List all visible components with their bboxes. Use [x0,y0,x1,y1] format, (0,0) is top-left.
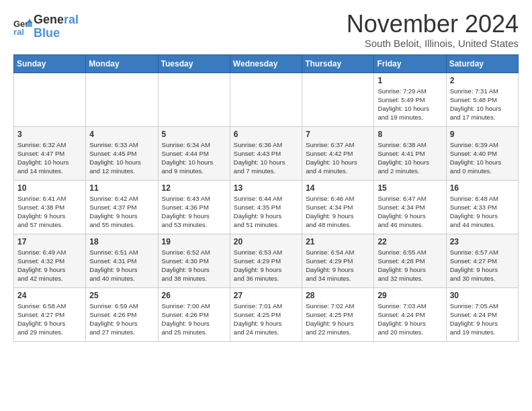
day-info: Sunrise: 6:33 AM Sunset: 4:45 PM Dayligh… [89,140,154,176]
day-number: 22 [378,237,442,246]
day-number: 18 [89,237,154,246]
day-info: Sunrise: 6:51 AM Sunset: 4:31 PM Dayligh… [89,248,154,283]
calendar-cell [14,73,86,126]
day-number: 27 [234,291,298,300]
day-info: Sunrise: 6:38 AM Sunset: 4:41 PM Dayligh… [378,140,442,176]
calendar-cell: 28Sunrise: 7:02 AM Sunset: 4:25 PM Dayli… [302,287,374,341]
calendar-cell: 1Sunrise: 7:29 AM Sunset: 5:49 PM Daylig… [374,73,446,126]
day-info: Sunrise: 7:03 AM Sunset: 4:24 PM Dayligh… [378,302,442,337]
month-title: November 2024 [347,11,519,38]
week-row-4: 24Sunrise: 6:58 AM Sunset: 4:27 PM Dayli… [14,287,519,341]
calendar-cell: 20Sunrise: 6:53 AM Sunset: 4:29 PM Dayli… [230,234,302,287]
calendar-cell [158,73,230,126]
day-info: Sunrise: 6:44 AM Sunset: 4:35 PM Dayligh… [234,194,298,230]
calendar-cell: 3Sunrise: 6:32 AM Sunset: 4:47 PM Daylig… [14,126,86,180]
calendar-cell: 27Sunrise: 7:01 AM Sunset: 4:25 PM Dayli… [230,287,302,341]
calendar-cell: 12Sunrise: 6:43 AM Sunset: 4:36 PM Dayli… [158,180,230,234]
day-info: Sunrise: 7:01 AM Sunset: 4:25 PM Dayligh… [234,302,298,337]
calendar-cell: 21Sunrise: 6:54 AM Sunset: 4:29 PM Dayli… [302,234,374,287]
calendar-cell: 7Sunrise: 6:37 AM Sunset: 4:42 PM Daylig… [302,126,374,180]
day-info: Sunrise: 6:36 AM Sunset: 4:43 PM Dayligh… [234,140,298,176]
calendar-cell: 15Sunrise: 6:47 AM Sunset: 4:34 PM Dayli… [374,180,446,234]
day-number: 10 [17,183,82,193]
calendar-cell: 24Sunrise: 6:58 AM Sunset: 4:27 PM Dayli… [14,287,86,341]
calendar-cell [302,73,374,126]
title-area: November 2024 South Beloit, Illinois, Un… [347,11,519,49]
logo: Gene ral General Blue [13,13,79,40]
header-wednesday: Wednesday [230,54,302,73]
header-monday: Monday [86,54,158,73]
day-info: Sunrise: 6:37 AM Sunset: 4:42 PM Dayligh… [306,140,370,176]
day-info: Sunrise: 7:05 AM Sunset: 4:24 PM Dayligh… [450,302,515,337]
header: Gene ral General Blue November 2024 Sout… [13,11,519,49]
calendar-table: SundayMondayTuesdayWednesdayThursdayFrid… [13,54,519,342]
day-number: 6 [234,130,298,139]
calendar-cell: 11Sunrise: 6:42 AM Sunset: 4:37 PM Dayli… [86,180,158,234]
day-number: 29 [378,291,442,300]
day-info: Sunrise: 6:42 AM Sunset: 4:37 PM Dayligh… [89,194,154,230]
day-info: Sunrise: 6:46 AM Sunset: 4:34 PM Dayligh… [306,194,370,230]
calendar-cell: 29Sunrise: 7:03 AM Sunset: 4:24 PM Dayli… [374,287,446,341]
day-info: Sunrise: 6:49 AM Sunset: 4:32 PM Dayligh… [17,248,82,283]
calendar-cell: 18Sunrise: 6:51 AM Sunset: 4:31 PM Dayli… [86,234,158,287]
day-number: 9 [450,130,515,139]
header-thursday: Thursday [302,54,374,73]
week-row-3: 17Sunrise: 6:49 AM Sunset: 4:32 PM Dayli… [14,234,519,287]
day-number: 13 [234,183,298,193]
header-friday: Friday [374,54,446,73]
day-number: 16 [450,183,515,193]
svg-text:ral: ral [13,27,24,36]
day-info: Sunrise: 7:31 AM Sunset: 5:48 PM Dayligh… [450,87,515,122]
calendar-cell: 2Sunrise: 7:31 AM Sunset: 5:48 PM Daylig… [446,73,518,126]
day-number: 21 [306,237,370,246]
day-info: Sunrise: 6:57 AM Sunset: 4:27 PM Dayligh… [450,248,515,283]
day-number: 7 [306,130,370,139]
day-number: 5 [162,130,226,139]
day-number: 4 [89,130,154,139]
day-info: Sunrise: 7:00 AM Sunset: 4:26 PM Dayligh… [162,302,226,337]
week-row-0: 1Sunrise: 7:29 AM Sunset: 5:49 PM Daylig… [14,73,519,126]
calendar-cell: 14Sunrise: 6:46 AM Sunset: 4:34 PM Dayli… [302,180,374,234]
day-info: Sunrise: 6:55 AM Sunset: 4:28 PM Dayligh… [378,248,442,283]
calendar-cell: 17Sunrise: 6:49 AM Sunset: 4:32 PM Dayli… [14,234,86,287]
calendar-cell: 16Sunrise: 6:48 AM Sunset: 4:33 PM Dayli… [446,180,518,234]
calendar-cell: 30Sunrise: 7:05 AM Sunset: 4:24 PM Dayli… [446,287,518,341]
calendar-cell: 13Sunrise: 6:44 AM Sunset: 4:35 PM Dayli… [230,180,302,234]
header-sunday: Sunday [14,54,86,73]
day-info: Sunrise: 6:34 AM Sunset: 4:44 PM Dayligh… [162,140,226,176]
day-info: Sunrise: 6:58 AM Sunset: 4:27 PM Dayligh… [17,302,82,337]
week-row-2: 10Sunrise: 6:41 AM Sunset: 4:38 PM Dayli… [14,180,519,234]
calendar-cell: 23Sunrise: 6:57 AM Sunset: 4:27 PM Dayli… [446,234,518,287]
day-number: 23 [450,237,515,246]
day-number: 20 [234,237,298,246]
day-number: 30 [450,291,515,300]
day-number: 1 [378,76,442,85]
day-info: Sunrise: 6:47 AM Sunset: 4:34 PM Dayligh… [378,194,442,230]
logo-icon: Gene ral [13,17,32,36]
day-number: 8 [378,130,442,139]
day-info: Sunrise: 6:59 AM Sunset: 4:26 PM Dayligh… [89,302,154,337]
day-number: 12 [162,183,226,193]
calendar-cell: 4Sunrise: 6:33 AM Sunset: 4:45 PM Daylig… [86,126,158,180]
calendar-cell: 22Sunrise: 6:55 AM Sunset: 4:28 PM Dayli… [374,234,446,287]
calendar-cell: 10Sunrise: 6:41 AM Sunset: 4:38 PM Dayli… [14,180,86,234]
header-tuesday: Tuesday [158,54,230,73]
calendar-cell: 8Sunrise: 6:38 AM Sunset: 4:41 PM Daylig… [374,126,446,180]
day-info: Sunrise: 6:54 AM Sunset: 4:29 PM Dayligh… [306,248,370,283]
location: South Beloit, Illinois, United States [347,38,519,49]
day-number: 15 [378,183,442,193]
day-info: Sunrise: 6:48 AM Sunset: 4:33 PM Dayligh… [450,194,515,230]
day-number: 28 [306,291,370,300]
day-info: Sunrise: 6:53 AM Sunset: 4:29 PM Dayligh… [234,248,298,283]
day-number: 17 [17,237,82,246]
day-number: 3 [17,130,82,139]
calendar-cell [230,73,302,126]
calendar-cell: 19Sunrise: 6:52 AM Sunset: 4:30 PM Dayli… [158,234,230,287]
day-number: 24 [17,291,82,300]
day-info: Sunrise: 6:41 AM Sunset: 4:38 PM Dayligh… [17,194,82,230]
day-info: Sunrise: 6:43 AM Sunset: 4:36 PM Dayligh… [162,194,226,230]
calendar-cell: 9Sunrise: 6:39 AM Sunset: 4:40 PM Daylig… [446,126,518,180]
header-saturday: Saturday [446,54,518,73]
day-info: Sunrise: 6:32 AM Sunset: 4:47 PM Dayligh… [17,140,82,176]
day-number: 26 [162,291,226,300]
